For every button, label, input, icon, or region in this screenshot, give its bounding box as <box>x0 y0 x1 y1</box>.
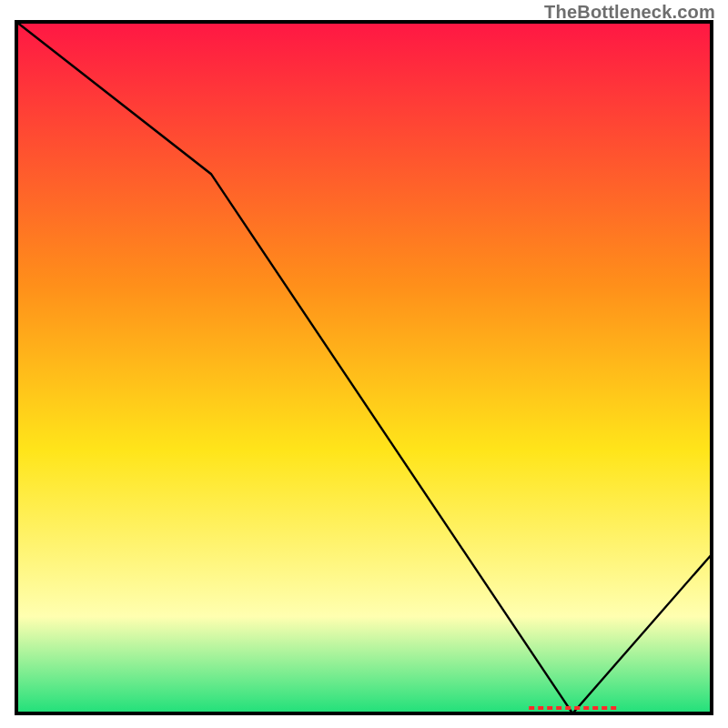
bottleneck-chart <box>0 0 728 728</box>
plot-gradient-background <box>16 22 712 713</box>
watermark-text: TheBottleneck.com <box>544 2 715 23</box>
chart-container: TheBottleneck.com <box>0 0 728 728</box>
